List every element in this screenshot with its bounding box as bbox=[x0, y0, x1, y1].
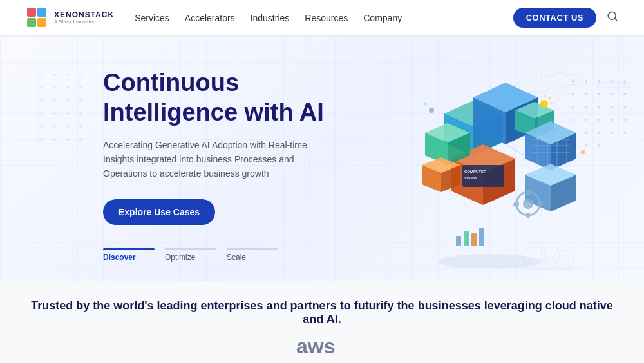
navbar-left: XENONSTACK A Stack Innovator Services Ac… bbox=[26, 6, 402, 30]
svg-point-105 bbox=[611, 106, 613, 108]
trusted-title: Trusted by the world's leading enterpris… bbox=[26, 299, 618, 326]
slide-bar-scale bbox=[227, 248, 278, 250]
svg-point-101 bbox=[623, 93, 626, 95]
nav-industries[interactable]: Industries bbox=[251, 13, 290, 23]
trusted-section: Trusted by the world's leading enterpris… bbox=[0, 281, 644, 363]
svg-line-87 bbox=[502, 142, 525, 155]
svg-point-13 bbox=[79, 86, 82, 89]
svg-point-83 bbox=[429, 108, 434, 113]
svg-line-5 bbox=[614, 18, 616, 20]
svg-point-95 bbox=[611, 80, 613, 83]
svg-point-85 bbox=[581, 150, 585, 155]
nav-accelerators[interactable]: Accelerators bbox=[185, 13, 235, 23]
svg-rect-81 bbox=[471, 233, 477, 246]
svg-point-18 bbox=[41, 112, 43, 115]
svg-text:aws: aws bbox=[296, 335, 335, 357]
svg-point-22 bbox=[41, 125, 43, 128]
svg-point-25 bbox=[79, 125, 82, 128]
svg-point-10 bbox=[41, 86, 43, 89]
hero-title: Continuous Intelligence with AI bbox=[103, 68, 324, 127]
svg-point-16 bbox=[66, 99, 69, 102]
svg-point-6 bbox=[41, 74, 43, 76]
svg-rect-79 bbox=[456, 236, 461, 246]
svg-point-28 bbox=[66, 138, 69, 141]
svg-rect-91 bbox=[525, 259, 574, 271]
svg-rect-0 bbox=[27, 8, 36, 17]
slide-indicators: Discover Optimize Scale bbox=[103, 248, 324, 262]
svg-point-110 bbox=[611, 119, 613, 121]
hero-illustration: COMPUTER VISION bbox=[361, 62, 592, 268]
svg-point-8 bbox=[66, 74, 69, 76]
svg-rect-3 bbox=[37, 18, 46, 27]
svg-point-114 bbox=[598, 132, 600, 134]
svg-point-109 bbox=[598, 119, 600, 121]
svg-point-23 bbox=[53, 125, 56, 128]
svg-point-27 bbox=[53, 138, 56, 141]
slide-label-scale: Scale bbox=[227, 253, 246, 262]
navbar-right: CONTACT US bbox=[513, 8, 618, 28]
slide-bar-discover bbox=[103, 248, 155, 250]
logo-brand: XENONSTACK bbox=[54, 11, 114, 19]
svg-point-14 bbox=[41, 99, 43, 102]
svg-rect-1 bbox=[37, 8, 46, 17]
svg-rect-82 bbox=[479, 228, 484, 246]
slide-discover[interactable]: Discover bbox=[103, 248, 155, 262]
svg-point-9 bbox=[79, 74, 82, 76]
nav-company[interactable]: Company bbox=[363, 13, 402, 23]
deco-dots-right bbox=[509, 68, 586, 107]
hero-left: Continuous Intelligence with AI Accelera… bbox=[103, 68, 324, 261]
svg-point-116 bbox=[623, 132, 626, 134]
svg-point-99 bbox=[598, 93, 600, 95]
svg-point-12 bbox=[66, 86, 69, 89]
hero-subtitle: Accelerating Generative AI Adoption with… bbox=[103, 138, 309, 181]
svg-point-104 bbox=[598, 106, 600, 108]
hero-section: Continuous Intelligence with AI Accelera… bbox=[0, 36, 644, 281]
aws-logo-text: aws bbox=[26, 331, 618, 362]
svg-text:COMPUTER: COMPUTER bbox=[464, 170, 487, 173]
slide-optimize[interactable]: Optimize bbox=[165, 248, 216, 262]
deco-cloud-bottom bbox=[515, 242, 592, 275]
search-icon[interactable] bbox=[607, 10, 618, 25]
explore-cta-button[interactable]: Explore Use Cases bbox=[103, 199, 215, 225]
contact-button[interactable]: CONTACT US bbox=[513, 8, 596, 28]
logo-icon bbox=[26, 6, 49, 30]
svg-text:VISION: VISION bbox=[464, 176, 477, 180]
svg-point-29 bbox=[79, 138, 82, 141]
svg-point-20 bbox=[66, 112, 69, 115]
svg-point-115 bbox=[611, 132, 613, 134]
slide-bar-optimize bbox=[165, 248, 216, 250]
slide-label-discover: Discover bbox=[103, 253, 136, 262]
svg-point-111 bbox=[623, 119, 626, 121]
svg-point-96 bbox=[623, 80, 626, 83]
nav-services[interactable]: Services bbox=[135, 13, 169, 23]
svg-point-100 bbox=[611, 93, 613, 95]
svg-rect-80 bbox=[464, 231, 469, 246]
svg-point-67 bbox=[523, 199, 533, 209]
svg-point-94 bbox=[598, 80, 600, 83]
svg-point-15 bbox=[53, 99, 56, 102]
svg-point-26 bbox=[41, 138, 43, 141]
svg-point-119 bbox=[598, 144, 600, 147]
navbar: XENONSTACK A Stack Innovator Services Ac… bbox=[0, 0, 644, 36]
svg-rect-68 bbox=[526, 190, 530, 195]
svg-point-106 bbox=[623, 106, 626, 108]
svg-point-19 bbox=[53, 112, 56, 115]
nav-links: Services Accelerators Industries Resourc… bbox=[135, 13, 402, 23]
svg-point-24 bbox=[66, 125, 69, 128]
nav-resources[interactable]: Resources bbox=[305, 13, 348, 23]
deco-dots-left bbox=[35, 68, 87, 146]
slide-scale[interactable]: Scale bbox=[227, 248, 278, 262]
slide-label-optimize: Optimize bbox=[165, 253, 195, 262]
svg-point-17 bbox=[79, 99, 82, 102]
svg-point-84 bbox=[424, 103, 427, 106]
logo-tagline: A Stack Innovator bbox=[54, 19, 114, 25]
svg-point-7 bbox=[53, 74, 56, 76]
svg-rect-69 bbox=[526, 213, 530, 218]
svg-point-11 bbox=[53, 86, 56, 89]
logo-text: XENONSTACK A Stack Innovator bbox=[54, 11, 114, 25]
svg-point-21 bbox=[79, 112, 82, 115]
logo[interactable]: XENONSTACK A Stack Innovator bbox=[26, 6, 114, 30]
svg-rect-2 bbox=[27, 18, 36, 27]
